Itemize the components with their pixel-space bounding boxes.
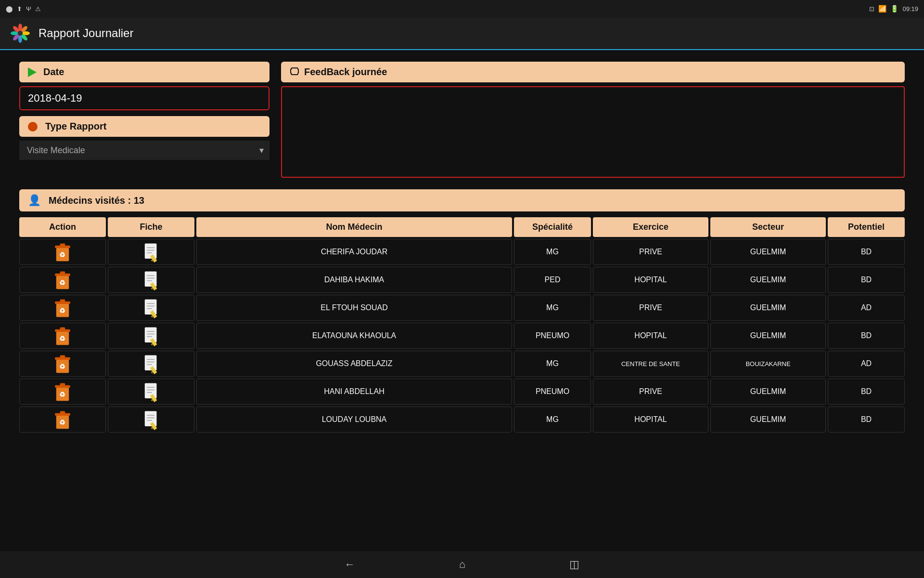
- table-header: Action Fiche Nom Médecin Spécialité Exer…: [19, 217, 905, 237]
- specialite-cell: MG: [514, 239, 591, 265]
- potentiel-cell: BD: [828, 407, 905, 433]
- secteur-cell: GUELMIM: [710, 239, 826, 265]
- edit-button[interactable]: [108, 407, 194, 433]
- nom-medecin-cell: DAHIBA HAKIMA: [196, 267, 512, 293]
- th-exercice: Exercice: [593, 217, 708, 237]
- recents-button[interactable]: ◫: [565, 554, 583, 575]
- type-rapport-header: Type Rapport: [19, 116, 270, 137]
- svg-point-9: [18, 31, 23, 36]
- svg-rect-12: [60, 243, 65, 246]
- delete-button[interactable]: ♻: [19, 351, 106, 377]
- feedback-icon: 🖵: [290, 66, 299, 78]
- status-icons-left: ⬤ ⬆ Ψ ⚠: [6, 5, 41, 13]
- table-row: ♻ ELATAOUNA KHAOULAPNEUMOHOPITALGUELMIMB…: [19, 323, 905, 349]
- nom-medecin-cell: LOUDAY LOUBNA: [196, 407, 512, 433]
- delete-button[interactable]: ♻: [19, 295, 106, 321]
- potentiel-cell: BD: [828, 323, 905, 349]
- edit-button[interactable]: [108, 267, 194, 293]
- secteur-cell: BOUIZAKARNE: [710, 351, 826, 377]
- feedback-textarea[interactable]: [281, 86, 905, 178]
- svg-text:♻: ♻: [60, 251, 66, 259]
- nom-medecin-cell: ELATAOUNA KHAOULA: [196, 323, 512, 349]
- nom-medecin-cell: EL FTOUH SOUAD: [196, 295, 512, 321]
- date-input[interactable]: [19, 86, 270, 110]
- th-action: Action: [19, 217, 106, 237]
- back-button[interactable]: ←: [341, 554, 359, 575]
- edit-button[interactable]: [108, 351, 194, 377]
- specialite-cell: MG: [514, 351, 591, 377]
- title-bar: Rapport Journalier: [0, 17, 924, 50]
- status-bar: ⬤ ⬆ Ψ ⚠ ⊡ 📶 🔋 09:19: [0, 0, 924, 17]
- table-container: Action Fiche Nom Médecin Spécialité Exer…: [19, 217, 905, 433]
- specialite-cell: MG: [514, 295, 591, 321]
- svg-text:♻: ♻: [60, 363, 66, 370]
- wifi-icon: 📶: [878, 5, 886, 13]
- table-row: ♻ GOUASS ABDELAZIZMGCENTRE DE SANTEBOUIZ…: [19, 351, 905, 377]
- home-button[interactable]: ⌂: [455, 554, 469, 575]
- edit-button[interactable]: [108, 295, 194, 321]
- type-rapport-label: Type Rapport: [45, 121, 106, 132]
- potentiel-cell: BD: [828, 267, 905, 293]
- type-rapport-select-wrapper[interactable]: Visite Medicale: [19, 141, 270, 160]
- th-fiche: Fiche: [108, 217, 194, 237]
- edit-button[interactable]: [108, 239, 194, 265]
- app-logo: [10, 23, 31, 44]
- edit-button[interactable]: [108, 323, 194, 349]
- potentiel-cell: AD: [828, 295, 905, 321]
- table-row: ♻ DAHIBA HAKIMAPEDHOPITALGUELMIMBD: [19, 267, 905, 293]
- delete-button[interactable]: ♻: [19, 239, 106, 265]
- svg-rect-22: [60, 271, 65, 274]
- exercice-cell: PRIVE: [593, 295, 708, 321]
- usb-icon: Ψ: [26, 5, 31, 13]
- edit-button[interactable]: [108, 379, 194, 405]
- table-row: ♻ EL FTOUH SOUADMGPRIVEGUELMIMAD: [19, 295, 905, 321]
- svg-text:♻: ♻: [60, 307, 66, 315]
- potentiel-cell: BD: [828, 379, 905, 405]
- type-rapport-select[interactable]: Visite Medicale: [19, 141, 270, 160]
- feedback-label: FeedBack journée: [304, 66, 387, 78]
- play-icon: [28, 67, 37, 77]
- record-icon: [28, 122, 38, 131]
- svg-rect-72: [60, 411, 65, 413]
- date-section-header: Date: [19, 62, 270, 82]
- secteur-cell: GUELMIM: [710, 379, 826, 405]
- svg-text:♻: ♻: [60, 335, 66, 342]
- battery-icon: 🔋: [890, 5, 898, 13]
- svg-rect-62: [60, 383, 65, 385]
- right-panel: 🖵 FeedBack journée: [281, 62, 905, 180]
- delete-button[interactable]: ♻: [19, 323, 106, 349]
- app-title: Rapport Journalier: [38, 26, 133, 40]
- warning-icon: ⚠: [35, 5, 41, 13]
- specialite-cell: PED: [514, 267, 591, 293]
- exercice-cell: CENTRE DE SANTE: [593, 351, 708, 377]
- date-label: Date: [43, 66, 64, 78]
- th-potentiel: Potentiel: [828, 217, 905, 237]
- svg-text:♻: ♻: [60, 279, 66, 287]
- delete-button[interactable]: ♻: [19, 379, 106, 405]
- potentiel-cell: AD: [828, 351, 905, 377]
- secteur-cell: GUELMIM: [710, 323, 826, 349]
- exercice-cell: HOPITAL: [593, 407, 708, 433]
- svg-text:♻: ♻: [60, 391, 66, 398]
- svg-rect-32: [60, 299, 65, 302]
- th-specialite: Spécialité: [514, 217, 591, 237]
- nom-medecin-cell: GOUASS ABDELAZIZ: [196, 351, 512, 377]
- left-panel: Date Type Rapport Visite Medicale: [19, 62, 270, 180]
- exercice-cell: HOPITAL: [593, 267, 708, 293]
- secteur-cell: GUELMIM: [710, 295, 826, 321]
- nav-bar: ← ⌂ ◫: [0, 551, 924, 578]
- exercice-cell: PRIVE: [593, 239, 708, 265]
- medecins-label: Médecins visités : 13: [49, 195, 144, 206]
- svg-rect-52: [60, 355, 65, 357]
- delete-button[interactable]: ♻: [19, 267, 106, 293]
- delete-button[interactable]: ♻: [19, 407, 106, 433]
- table-row: ♻ LOUDAY LOUBNAMGHOPITALGUELMIMBD: [19, 407, 905, 433]
- secteur-cell: GUELMIM: [710, 267, 826, 293]
- notification-icon: ⬤: [6, 5, 13, 13]
- exercice-cell: HOPITAL: [593, 323, 708, 349]
- clock: 09:19: [902, 5, 918, 13]
- main-content: Date Type Rapport Visite Medicale 🖵 Feed…: [0, 50, 924, 551]
- specialite-cell: PNEUMO: [514, 323, 591, 349]
- table-row: ♻ CHERIFA JOUDARMGPRIVEGUELMIMBD: [19, 239, 905, 265]
- status-icons-right: ⊡ 📶 🔋 09:19: [869, 5, 918, 13]
